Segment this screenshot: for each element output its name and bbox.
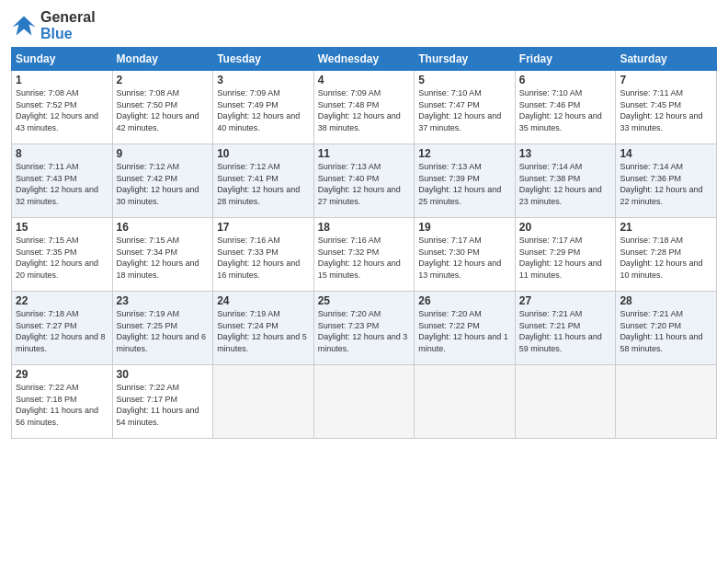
- calendar-cell: 9Sunrise: 7:12 AMSunset: 7:42 PMDaylight…: [112, 144, 213, 218]
- calendar-cell: 22Sunrise: 7:18 AMSunset: 7:27 PMDayligh…: [12, 292, 113, 365]
- day-info: Sunrise: 7:11 AMSunset: 7:45 PMDaylight:…: [620, 87, 712, 133]
- day-number: 12: [418, 147, 511, 160]
- calendar-cell: 13Sunrise: 7:14 AMSunset: 7:38 PMDayligh…: [515, 144, 616, 218]
- day-number: 28: [620, 294, 712, 307]
- weekday-header-wednesday: Wednesday: [313, 48, 415, 71]
- calendar-cell: 28Sunrise: 7:21 AMSunset: 7:20 PMDayligh…: [616, 292, 717, 365]
- day-number: 20: [519, 221, 612, 234]
- calendar-cell: 17Sunrise: 7:16 AMSunset: 7:33 PMDayligh…: [213, 218, 314, 292]
- day-number: 26: [418, 294, 511, 307]
- day-number: 10: [217, 147, 310, 160]
- day-number: 11: [318, 147, 411, 160]
- day-info: Sunrise: 7:20 AMSunset: 7:22 PMDaylight:…: [418, 308, 511, 354]
- day-info: Sunrise: 7:21 AMSunset: 7:20 PMDaylight:…: [620, 308, 712, 354]
- calendar-cell: [415, 365, 516, 439]
- day-number: 2: [117, 74, 210, 86]
- day-number: 13: [519, 147, 612, 160]
- day-info: Sunrise: 7:16 AMSunset: 7:32 PMDaylight:…: [318, 235, 411, 281]
- day-info: Sunrise: 7:13 AMSunset: 7:40 PMDaylight:…: [318, 161, 411, 207]
- day-number: 30: [117, 368, 210, 381]
- day-info: Sunrise: 7:16 AMSunset: 7:33 PMDaylight:…: [217, 235, 310, 281]
- calendar-cell: 27Sunrise: 7:21 AMSunset: 7:21 PMDayligh…: [515, 292, 616, 365]
- calendar-cell: 16Sunrise: 7:15 AMSunset: 7:34 PMDayligh…: [112, 218, 213, 292]
- day-number: 3: [217, 74, 310, 86]
- day-info: Sunrise: 7:12 AMSunset: 7:42 PMDaylight:…: [117, 161, 210, 207]
- day-info: Sunrise: 7:22 AMSunset: 7:18 PMDaylight:…: [16, 382, 108, 428]
- day-info: Sunrise: 7:17 AMSunset: 7:29 PMDaylight:…: [519, 235, 612, 281]
- calendar-week-row: 15Sunrise: 7:15 AMSunset: 7:35 PMDayligh…: [12, 218, 717, 292]
- day-number: 14: [620, 147, 712, 160]
- day-number: 6: [519, 74, 612, 86]
- calendar-cell: 20Sunrise: 7:17 AMSunset: 7:29 PMDayligh…: [515, 218, 616, 292]
- day-number: 7: [620, 74, 712, 86]
- calendar-cell: 23Sunrise: 7:19 AMSunset: 7:25 PMDayligh…: [112, 292, 213, 365]
- calendar-cell: 6Sunrise: 7:10 AMSunset: 7:46 PMDaylight…: [515, 71, 616, 144]
- day-info: Sunrise: 7:15 AMSunset: 7:34 PMDaylight:…: [117, 235, 210, 281]
- day-info: Sunrise: 7:11 AMSunset: 7:43 PMDaylight:…: [16, 161, 108, 207]
- day-info: Sunrise: 7:20 AMSunset: 7:23 PMDaylight:…: [318, 308, 411, 354]
- calendar-cell: [515, 365, 616, 439]
- weekday-header-friday: Friday: [515, 48, 616, 71]
- calendar-cell: 8Sunrise: 7:11 AMSunset: 7:43 PMDaylight…: [12, 144, 113, 218]
- day-info: Sunrise: 7:18 AMSunset: 7:28 PMDaylight:…: [620, 235, 712, 281]
- svg-marker-0: [12, 16, 35, 35]
- day-number: 29: [16, 368, 108, 381]
- calendar-cell: 19Sunrise: 7:17 AMSunset: 7:30 PMDayligh…: [415, 218, 516, 292]
- day-number: 15: [16, 221, 108, 234]
- day-number: 17: [217, 221, 310, 234]
- calendar-cell: [616, 365, 717, 439]
- calendar-cell: 11Sunrise: 7:13 AMSunset: 7:40 PMDayligh…: [313, 144, 415, 218]
- calendar-week-row: 22Sunrise: 7:18 AMSunset: 7:27 PMDayligh…: [12, 292, 717, 365]
- calendar-week-row: 29Sunrise: 7:22 AMSunset: 7:18 PMDayligh…: [12, 365, 717, 439]
- calendar-cell: [313, 365, 415, 439]
- day-number: 16: [117, 221, 210, 234]
- weekday-header-saturday: Saturday: [616, 48, 717, 71]
- day-info: Sunrise: 7:21 AMSunset: 7:21 PMDaylight:…: [519, 308, 612, 354]
- calendar-cell: 26Sunrise: 7:20 AMSunset: 7:22 PMDayligh…: [415, 292, 516, 365]
- day-info: Sunrise: 7:15 AMSunset: 7:35 PMDaylight:…: [16, 235, 108, 281]
- calendar-cell: 15Sunrise: 7:15 AMSunset: 7:35 PMDayligh…: [12, 218, 113, 292]
- day-info: Sunrise: 7:09 AMSunset: 7:48 PMDaylight:…: [318, 87, 411, 133]
- day-info: Sunrise: 7:12 AMSunset: 7:41 PMDaylight:…: [217, 161, 310, 207]
- calendar-cell: 18Sunrise: 7:16 AMSunset: 7:32 PMDayligh…: [313, 218, 415, 292]
- day-number: 4: [318, 74, 411, 86]
- day-number: 8: [16, 147, 108, 160]
- weekday-header-monday: Monday: [112, 48, 213, 71]
- day-info: Sunrise: 7:14 AMSunset: 7:36 PMDaylight:…: [620, 161, 712, 207]
- calendar-cell: 12Sunrise: 7:13 AMSunset: 7:39 PMDayligh…: [415, 144, 516, 218]
- calendar-cell: 29Sunrise: 7:22 AMSunset: 7:18 PMDayligh…: [12, 365, 113, 439]
- day-number: 21: [620, 221, 712, 234]
- calendar-cell: 1Sunrise: 7:08 AMSunset: 7:52 PMDaylight…: [12, 71, 113, 144]
- calendar-week-row: 8Sunrise: 7:11 AMSunset: 7:43 PMDaylight…: [12, 144, 717, 218]
- calendar-cell: 7Sunrise: 7:11 AMSunset: 7:45 PMDaylight…: [616, 71, 717, 144]
- weekday-header-sunday: Sunday: [12, 48, 113, 71]
- day-info: Sunrise: 7:19 AMSunset: 7:25 PMDaylight:…: [117, 308, 210, 354]
- day-number: 1: [16, 74, 108, 86]
- weekday-header-tuesday: Tuesday: [213, 48, 314, 71]
- weekday-header-row: SundayMondayTuesdayWednesdayThursdayFrid…: [12, 48, 717, 71]
- calendar-cell: 21Sunrise: 7:18 AMSunset: 7:28 PMDayligh…: [616, 218, 717, 292]
- day-number: 25: [318, 294, 411, 307]
- day-number: 19: [418, 221, 511, 234]
- calendar-cell: 30Sunrise: 7:22 AMSunset: 7:17 PMDayligh…: [112, 365, 213, 439]
- day-info: Sunrise: 7:13 AMSunset: 7:39 PMDaylight:…: [418, 161, 511, 207]
- logo-icon: [11, 13, 37, 39]
- day-info: Sunrise: 7:08 AMSunset: 7:50 PMDaylight:…: [117, 87, 210, 133]
- day-info: Sunrise: 7:10 AMSunset: 7:47 PMDaylight:…: [418, 87, 511, 133]
- calendar-cell: 10Sunrise: 7:12 AMSunset: 7:41 PMDayligh…: [213, 144, 314, 218]
- weekday-header-thursday: Thursday: [415, 48, 516, 71]
- calendar-table: SundayMondayTuesdayWednesdayThursdayFrid…: [11, 47, 717, 439]
- day-number: 22: [16, 294, 108, 307]
- logo-text: General Blue: [40, 9, 96, 41]
- calendar-cell: 24Sunrise: 7:19 AMSunset: 7:24 PMDayligh…: [213, 292, 314, 365]
- day-info: Sunrise: 7:18 AMSunset: 7:27 PMDaylight:…: [16, 308, 108, 354]
- day-number: 5: [418, 74, 511, 86]
- day-number: 24: [217, 294, 310, 307]
- day-info: Sunrise: 7:14 AMSunset: 7:38 PMDaylight:…: [519, 161, 612, 207]
- calendar-cell: 2Sunrise: 7:08 AMSunset: 7:50 PMDaylight…: [112, 71, 213, 144]
- day-info: Sunrise: 7:17 AMSunset: 7:30 PMDaylight:…: [418, 235, 511, 281]
- day-number: 9: [117, 147, 210, 160]
- day-number: 18: [318, 221, 411, 234]
- calendar-cell: 25Sunrise: 7:20 AMSunset: 7:23 PMDayligh…: [313, 292, 415, 365]
- day-info: Sunrise: 7:10 AMSunset: 7:46 PMDaylight:…: [519, 87, 612, 133]
